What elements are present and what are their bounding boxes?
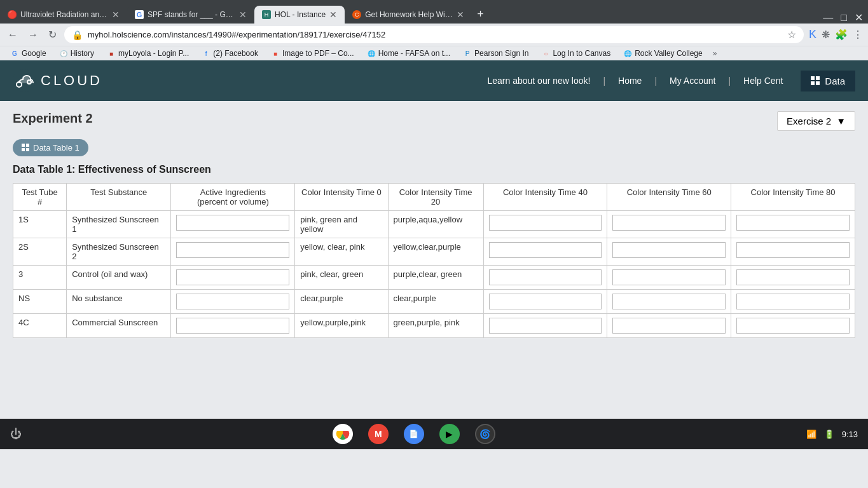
app-logo: CLOUD <box>13 69 102 92</box>
cell-tube: 1S <box>13 210 67 238</box>
cell-time40-input[interactable] <box>489 318 602 334</box>
cell-tube: 2S <box>13 238 67 265</box>
chrome-icon[interactable] <box>333 424 353 444</box>
cell-time80-input[interactable] <box>736 318 850 334</box>
bookmark-canvas[interactable]: ○ Log In to Canvas <box>536 48 616 59</box>
cell-time80[interactable] <box>731 238 855 265</box>
cell-time80-input[interactable] <box>736 269 850 285</box>
tab-close-hol[interactable]: ✕ <box>329 10 337 20</box>
cell-time20: yellow,clear,purple <box>388 238 483 265</box>
cell-time60[interactable] <box>607 238 731 265</box>
menu-icon[interactable]: ⋮ <box>853 29 863 41</box>
cell-time0: yellow, clear, pink <box>295 238 388 265</box>
cell-time60[interactable] <box>607 313 731 337</box>
cell-ingredients[interactable] <box>171 265 295 289</box>
bookmark-google[interactable]: G Google <box>5 48 52 59</box>
maximize-icon[interactable]: □ <box>841 12 847 24</box>
cell-time40[interactable] <box>483 238 607 265</box>
bookmarks-bar: G Google 🕐 History ■ myLoyola - Login P.… <box>0 46 868 60</box>
power-icon[interactable]: ⏻ <box>10 428 22 441</box>
cell-time60-input[interactable] <box>612 215 726 231</box>
extension-icon[interactable]: ❋ <box>822 29 830 41</box>
learn-nav-item[interactable]: Learn about our new look! <box>488 76 591 86</box>
cell-ingredients-input[interactable] <box>176 242 289 258</box>
cell-time60-input[interactable] <box>612 269 726 285</box>
cell-ingredients-input[interactable] <box>176 318 289 334</box>
cell-time40-input[interactable] <box>489 294 602 309</box>
data-nav-button[interactable]: Data <box>801 71 855 92</box>
cell-time80[interactable] <box>731 210 855 238</box>
tab-close-google[interactable]: ✕ <box>239 10 247 20</box>
cell-time60-input[interactable] <box>612 242 726 258</box>
cell-time60-input[interactable] <box>612 294 726 309</box>
cell-time40[interactable] <box>483 289 607 313</box>
table-row: 1SSynthesized Sunscreen 1pink, green and… <box>13 210 855 238</box>
bookmark-fafsa[interactable]: 🌐 Home - FAFSA on t... <box>362 48 455 59</box>
close-window-icon[interactable]: ✕ <box>855 11 863 24</box>
cell-ingredients-input[interactable] <box>176 294 289 309</box>
bookmark-rvc[interactable]: 🌐 Rock Valley College <box>618 48 708 59</box>
cell-ingredients-input[interactable] <box>176 215 289 231</box>
cell-time40[interactable] <box>483 210 607 238</box>
cell-time60[interactable] <box>607 289 731 313</box>
cell-time40-input[interactable] <box>489 269 602 285</box>
cell-ingredients[interactable] <box>171 313 295 337</box>
cell-ingredients[interactable] <box>171 289 295 313</box>
gmail-icon[interactable]: M <box>368 424 389 444</box>
cell-time60-input[interactable] <box>612 318 726 334</box>
forward-button[interactable]: → <box>25 27 41 43</box>
cell-time80[interactable] <box>731 289 855 313</box>
cell-ingredients-input[interactable] <box>176 269 289 285</box>
tab-uv[interactable]: 🔴 Ultraviolet Radiation and Sunscr... ✕ <box>0 6 127 24</box>
spiral-icon[interactable]: 🌀 <box>475 424 495 444</box>
cell-time80[interactable] <box>731 265 855 289</box>
cell-time40-input[interactable] <box>489 215 602 231</box>
col-header-time20: Color Intensity Time 20 <box>388 183 483 210</box>
cell-time0: clear,purple <box>295 289 388 313</box>
cell-ingredients[interactable] <box>171 238 295 265</box>
cell-time80-input[interactable] <box>736 242 850 258</box>
cell-substance: Commercial Sunscreen <box>67 313 171 337</box>
cell-time60[interactable] <box>607 210 731 238</box>
exercise-dropdown[interactable]: Exercise 2 ▼ <box>777 111 855 131</box>
cell-time40-input[interactable] <box>489 242 602 258</box>
play-icon[interactable]: ▶ <box>439 424 460 444</box>
bookmark-pearson[interactable]: P Pearson Sign In <box>458 48 534 59</box>
star-icon[interactable]: ☆ <box>787 29 796 41</box>
more-bookmarks[interactable]: » <box>713 49 717 58</box>
tab-hol[interactable]: H HOL - Instance ✕ <box>254 6 345 24</box>
cell-time0: yellow,purple,pink <box>295 313 388 337</box>
cell-time80-input[interactable] <box>736 215 850 231</box>
tab-google[interactable]: G SPF stands for ___ - Google Se... ✕ <box>127 6 254 24</box>
cell-time80[interactable] <box>731 313 855 337</box>
puzzle-icon[interactable]: 🧩 <box>835 29 848 41</box>
bookmark-facebook[interactable]: f (2) Facebook <box>196 48 263 59</box>
back-button[interactable]: ← <box>5 27 20 43</box>
address-bar[interactable]: 🔒 myhol.holscience.com/instances/14990#/… <box>64 26 804 43</box>
experiment-title: Experiment 2 <box>13 111 93 126</box>
profile-icon[interactable]: K <box>809 28 816 41</box>
minimize-icon[interactable]: — <box>823 12 833 24</box>
cell-time40[interactable] <box>483 265 607 289</box>
bookmark-pdf[interactable]: ■ Image to PDF – Co... <box>266 48 359 59</box>
tab-close-chegg[interactable]: ✕ <box>457 10 464 20</box>
bookmark-myloyola[interactable]: ■ myLoyola - Login P... <box>102 48 194 59</box>
col-header-time80: Color Intensity Time 80 <box>731 183 855 210</box>
help-center-nav-item[interactable]: Help Cent <box>743 76 783 86</box>
cell-time80-input[interactable] <box>736 294 850 309</box>
bookmark-history[interactable]: 🕐 History <box>54 48 99 59</box>
cell-time60[interactable] <box>607 265 731 289</box>
docs-icon[interactable]: 📄 <box>404 424 424 444</box>
new-tab-button[interactable]: + <box>472 5 489 24</box>
my-account-nav-item[interactable]: My Account <box>670 76 715 86</box>
tab-close-uv[interactable]: ✕ <box>112 10 120 20</box>
grid-icon <box>811 76 820 85</box>
cell-ingredients[interactable] <box>171 210 295 238</box>
data-table-tab[interactable]: Data Table 1 <box>13 139 88 156</box>
cell-time40[interactable] <box>483 313 607 337</box>
home-nav-item[interactable]: Home <box>618 76 642 86</box>
main-content: Experiment 2 Exercise 2 ▼ Data Table 1 D… <box>0 101 868 419</box>
url-text: myhol.holscience.com/instances/14990#/ex… <box>88 30 782 39</box>
reload-button[interactable]: ↻ <box>46 26 59 43</box>
tab-chegg[interactable]: C Get Homework Help With Chegg ✕ <box>345 6 472 24</box>
